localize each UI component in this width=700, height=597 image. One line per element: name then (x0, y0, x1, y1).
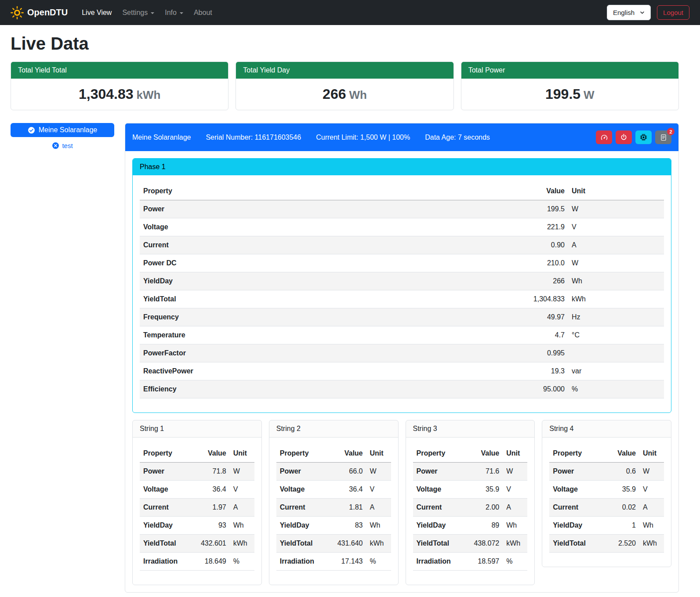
row-unit: kWh (503, 535, 527, 553)
table-row: Voltage 221.9 V (140, 218, 664, 236)
power-icon (620, 134, 627, 141)
row-value: 35.9 (604, 481, 639, 499)
row-unit: % (568, 380, 664, 398)
table-row: Irradiation 17.143 % (276, 553, 391, 571)
col-value: Value (604, 445, 639, 463)
nav-about[interactable]: About (189, 5, 218, 20)
row-value: 266 (396, 272, 568, 290)
inverter-select-button[interactable]: Meine Solaranlage (11, 123, 114, 137)
row-property: Temperature (140, 326, 396, 344)
nav-settings[interactable]: Settings (117, 5, 160, 20)
row-unit: Wh (568, 272, 664, 290)
row-value: 36.4 (327, 481, 366, 499)
row-unit: W (230, 463, 254, 481)
table-row: Efficiency 95.000 % (140, 380, 664, 398)
brand[interactable]: OpenDTU (11, 6, 68, 19)
string-card-3: String 3 Property Value Unit (406, 420, 535, 585)
row-value: 93 (190, 517, 230, 535)
row-value: 95.000 (396, 380, 568, 398)
string-card-body: Property Value Unit Power (133, 438, 261, 585)
row-unit: Wh (366, 517, 391, 535)
table-row: Current 1.97 A (140, 499, 254, 517)
string-card-4: String 4 Property Value Unit (542, 420, 671, 567)
row-property: Power (140, 200, 396, 218)
row-unit: % (366, 553, 391, 571)
row-unit: V (639, 481, 664, 499)
content-row: Meine Solaranlage test Meine Solaranlage… (11, 123, 679, 593)
row-property: ReactivePower (140, 362, 396, 380)
row-property: Irradiation (413, 553, 464, 571)
col-unit: Unit (639, 445, 664, 463)
summary-card-body: 1,304.83kWh (11, 79, 228, 110)
col-value: Value (190, 445, 230, 463)
row-value: 431.640 (327, 535, 366, 553)
string-card-2: String 2 Property Value Unit (269, 420, 399, 585)
row-unit: kWh (230, 535, 254, 553)
col-unit: Unit (503, 445, 527, 463)
x-circle-icon (52, 142, 59, 149)
row-property: YieldTotal (549, 535, 604, 553)
row-unit: % (230, 553, 254, 571)
nav-info-label: Info (165, 9, 177, 17)
row-unit: Wh (503, 517, 527, 535)
row-value: 49.97 (396, 308, 568, 326)
row-value: 2.00 (463, 499, 503, 517)
card-total-yield-day: Total Yield Day 266Wh (236, 62, 453, 110)
card-total-power: Total Power 199.5W (461, 62, 679, 110)
table-row: Power 66.0 W (276, 463, 391, 481)
table-header-row: Property Value Unit (413, 445, 528, 463)
row-value: 1.81 (327, 499, 366, 517)
sidebar: Meine Solaranlage test (11, 123, 114, 149)
phase-panel-title: Phase 1 (133, 159, 671, 175)
inverter-item-test[interactable]: test (11, 142, 114, 149)
language-select[interactable]: English (607, 5, 651, 20)
table-row: YieldTotal 1,304.833 kWh (140, 290, 664, 308)
summary-card-body: 199.5W (461, 79, 678, 110)
row-property: Power (413, 463, 464, 481)
string-table: Property Value Unit Power (276, 445, 391, 571)
summary-card-unit: Wh (349, 88, 366, 101)
row-value: 221.9 (396, 218, 568, 236)
row-property: YieldDay (276, 517, 327, 535)
row-property: Power (549, 463, 604, 481)
table-row: Voltage 36.4 V (140, 481, 254, 499)
row-property: Voltage (549, 481, 604, 499)
phase-panel-body: Property Value Unit Power (133, 175, 671, 412)
row-unit: Wh (639, 517, 664, 535)
summary-card-unit: kWh (137, 88, 161, 101)
row-value: 210.0 (396, 254, 568, 272)
row-unit: Wh (230, 517, 254, 535)
table-row: Current 0.02 A (549, 499, 664, 517)
string-card-body: Property Value Unit Power (406, 438, 535, 585)
limit-settings-button[interactable] (596, 130, 612, 144)
inverter-current-limit: Current Limit: 1,500 W | 100% (316, 134, 410, 141)
row-property: YieldTotal (276, 535, 327, 553)
string-card-1: String 1 Property Value Unit (132, 420, 262, 585)
table-row: YieldDay 83 Wh (276, 517, 391, 535)
table-row: Irradiation 18.597 % (413, 553, 528, 571)
row-unit: var (568, 362, 664, 380)
power-button[interactable] (616, 130, 632, 144)
row-value: 36.4 (190, 481, 230, 499)
inverter-card-body: Phase 1 Property Value Unit (125, 151, 678, 592)
row-unit: kWh (639, 535, 664, 553)
col-property: Property (549, 445, 604, 463)
table-row: YieldDay 93 Wh (140, 517, 254, 535)
nav-info[interactable]: Info (160, 5, 189, 20)
summary-card-title: Total Power (461, 62, 678, 79)
cpu-icon (640, 134, 647, 141)
nav-live-view[interactable]: Live View (76, 5, 117, 20)
nav-settings-label: Settings (122, 9, 148, 17)
chevron-down-icon (640, 10, 645, 15)
string-table: Property Value Unit Power (413, 445, 528, 571)
logout-button[interactable]: Logout (657, 5, 689, 20)
event-log-button[interactable]: 2 (655, 130, 671, 144)
row-value: 35.9 (463, 481, 503, 499)
row-property: YieldDay (549, 517, 604, 535)
language-select-value: English (613, 9, 635, 16)
table-row: YieldDay 1 Wh (549, 517, 664, 535)
row-unit: V (366, 481, 391, 499)
page-container: Live Data Total Yield Total 1,304.83kWh … (0, 34, 700, 597)
device-info-button[interactable] (635, 130, 652, 144)
row-unit: V (230, 481, 254, 499)
